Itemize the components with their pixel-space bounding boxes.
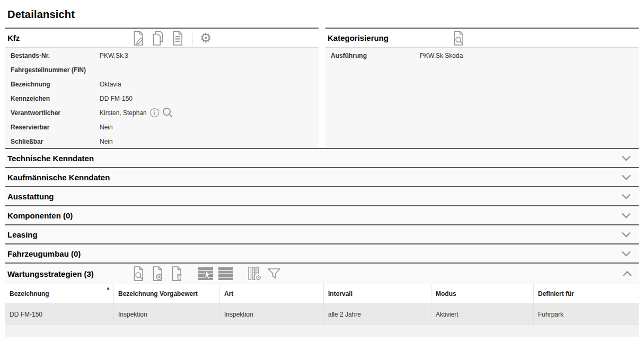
section-komponenten[interactable]: Komponenten (0) xyxy=(5,205,639,224)
chevron-down-icon[interactable] xyxy=(621,174,631,181)
detail-page: Detailansicht Kfz xyxy=(5,8,639,337)
field-value: PKW.Sk.3 xyxy=(100,52,128,59)
section-kaufmaennische-kenndaten[interactable]: Kaufmännische Kenndaten xyxy=(5,167,639,186)
field-row-verantwortlicher: Verantwortlicher Kirsten, Stephan xyxy=(5,106,319,120)
chevron-down-icon[interactable] xyxy=(621,193,631,200)
cell-bezeichnung: DD FM-150 xyxy=(5,304,114,325)
kfz-panel: Kfz xyxy=(5,28,319,148)
column-header-label: Bezeichnung Vorgabewert xyxy=(118,290,198,298)
column-header-label: Modus xyxy=(436,290,456,298)
kfz-fields: Bestands-Nr. PKW.Sk.3 Fahrgestellnummer … xyxy=(5,48,319,148)
column-header-definiert-fuer[interactable]: Definiert für xyxy=(534,284,639,303)
sort-ascending-icon[interactable]: ▲ xyxy=(106,286,110,291)
table-footer-area xyxy=(5,325,639,337)
field-row-kennzeichen: Kennzeichen DD FM-150 xyxy=(5,91,319,106)
cell-intervall: alle 2 Jahre xyxy=(324,304,431,325)
chevron-down-icon[interactable] xyxy=(621,212,631,219)
section-label: Wartungsstrategien (3) xyxy=(6,269,131,278)
cell-art: Inspektion xyxy=(220,304,324,325)
cell-modus: Aktiviert xyxy=(431,304,534,325)
field-row-schliessbar: Schließbar Nein xyxy=(5,134,319,148)
field-row-ausfuehrung: Ausführung PKW.Sk Skoda xyxy=(325,48,639,63)
document-delete-icon[interactable] xyxy=(170,266,183,281)
document-search-icon[interactable] xyxy=(131,266,145,281)
chevron-up-icon[interactable] xyxy=(622,270,632,277)
table-header-row: Bezeichnung ▲ Bezeichnung Vorgabewert Ar… xyxy=(5,284,639,304)
column-header-label: Intervall xyxy=(328,290,352,298)
field-value: DD FM-150 xyxy=(100,95,133,102)
field-label: Ausführung xyxy=(331,52,420,59)
section-label: Kaufmännische Kenndaten xyxy=(7,173,110,182)
table-row[interactable]: DD FM-150 Inspektion Inspektion alle 2 J… xyxy=(5,304,639,325)
field-row-bezeichnung: Bezeichnung Oktavia xyxy=(5,77,319,91)
kfz-panel-header: Kfz xyxy=(5,28,319,48)
info-icon[interactable] xyxy=(149,108,160,118)
kategorisierung-panel-title: Kategorisierung xyxy=(327,33,452,42)
column-header-bezeichnung-vorgabewert[interactable]: Bezeichnung Vorgabewert xyxy=(114,284,220,303)
field-value: Kirsten, Stephan xyxy=(100,107,173,118)
kategorisierung-toolbar xyxy=(452,31,465,46)
field-label: Fahrgestellnummer (FIN) xyxy=(11,66,100,74)
column-settings-icon[interactable]: ⚙ xyxy=(248,267,262,281)
wartungsstrategien-table: Bezeichnung ▲ Bezeichnung Vorgabewert Ar… xyxy=(5,284,639,337)
column-header-label: Art xyxy=(224,290,233,298)
document-add-icon[interactable] xyxy=(151,266,164,281)
column-header-art[interactable]: Art xyxy=(220,284,324,303)
edit-document-icon[interactable] xyxy=(131,31,145,46)
cell-bezeichnung-vorgabewert: Inspektion xyxy=(114,304,220,325)
field-row-fin: Fahrgestellnummer (FIN) xyxy=(5,63,319,77)
section-label: Fahrzeugumbau (0) xyxy=(7,249,81,258)
section-label: Komponenten (0) xyxy=(7,211,73,220)
kfz-toolbar: ⚙ xyxy=(131,31,211,46)
column-header-bezeichnung[interactable]: Bezeichnung ▲ xyxy=(5,284,114,303)
kategorisierung-panel: Kategorisierung Ausführung PKW. xyxy=(325,28,639,148)
section-wartungsstrategien[interactable]: Wartungsstrategien (3) xyxy=(5,262,639,284)
section-leasing[interactable]: Leasing xyxy=(5,224,639,243)
field-label: Kennzeichen xyxy=(11,95,100,102)
rows-icon[interactable] xyxy=(218,267,233,280)
section-fahrzeugumbau[interactable]: Fahrzeugumbau (0) xyxy=(5,243,639,262)
gear-icon[interactable]: ⚙ xyxy=(200,31,211,45)
column-header-intervall[interactable]: Intervall xyxy=(324,284,431,303)
top-panels: Kfz xyxy=(5,28,639,148)
kategorisierung-panel-header: Kategorisierung xyxy=(325,28,639,48)
field-value: PKW.Sk Skoda xyxy=(420,52,463,59)
section-ausstattung[interactable]: Ausstattung xyxy=(5,186,639,205)
chevron-down-icon[interactable] xyxy=(621,155,631,162)
cell-definiert-fuer: Fuhrpark xyxy=(534,304,639,325)
field-value: Oktavia xyxy=(100,81,121,88)
protocol-document-icon[interactable] xyxy=(171,31,184,46)
field-label: Schließbar xyxy=(11,138,100,145)
svg-text:⚙: ⚙ xyxy=(255,274,262,281)
chevron-down-icon[interactable] xyxy=(621,231,631,238)
page-title: Detailansicht xyxy=(7,8,637,21)
column-header-modus[interactable]: Modus xyxy=(431,284,534,303)
field-value-text: Kirsten, Stephan xyxy=(100,109,147,117)
toolbar-separator xyxy=(192,31,192,46)
copy-icon[interactable] xyxy=(151,31,165,46)
wartungsstrategien-toolbar: ⚙ xyxy=(131,266,281,281)
field-label: Reservierbar xyxy=(11,124,100,131)
kategorisierung-fields: Ausführung PKW.Sk Skoda xyxy=(325,48,639,148)
column-header-label: Definiert für xyxy=(538,290,574,298)
field-value: Nein xyxy=(100,124,113,131)
chevron-down-icon[interactable] xyxy=(621,250,631,257)
document-search-icon[interactable] xyxy=(452,31,465,46)
kfz-panel-title: Kfz xyxy=(6,33,131,42)
section-label: Technische Kenndaten xyxy=(7,154,94,163)
section-technische-kenndaten[interactable]: Technische Kenndaten xyxy=(5,148,639,167)
column-header-label: Bezeichnung xyxy=(10,290,49,298)
section-label: Ausstattung xyxy=(7,192,54,201)
field-label: Bestands-Nr. xyxy=(11,52,100,59)
field-row-bestands-nr: Bestands-Nr. PKW.Sk.3 xyxy=(5,48,319,63)
field-label: Verantwortlicher xyxy=(11,109,100,117)
field-value: Nein xyxy=(100,138,113,145)
section-label: Leasing xyxy=(7,230,38,239)
search-icon[interactable] xyxy=(162,107,173,118)
field-label: Bezeichnung xyxy=(11,81,100,88)
field-row-reservierbar: Reservierbar Nein xyxy=(5,120,319,134)
filter-icon[interactable] xyxy=(267,268,281,280)
select-rows-icon[interactable] xyxy=(198,267,213,280)
